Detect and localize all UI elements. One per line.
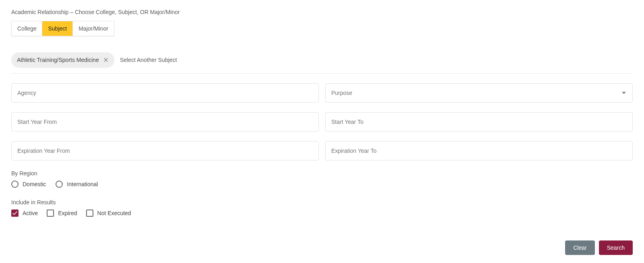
divider (11, 73, 633, 74)
checkbox-active[interactable]: Active (11, 210, 38, 217)
by-region-label: By Region (11, 170, 633, 177)
tab-college[interactable]: College (12, 21, 42, 36)
radio-domestic[interactable]: Domestic (11, 181, 46, 188)
tab-subject[interactable]: Subject (42, 21, 72, 36)
content: Academic Relationship – Choose College, … (0, 0, 644, 225)
section-title: Academic Relationship – Choose College, … (11, 9, 633, 15)
agency-input[interactable]: Agency (11, 83, 319, 103)
clear-button[interactable]: Clear (565, 240, 594, 255)
radio-icon (11, 181, 19, 188)
search-form-panel: Academic Relationship – Choose College, … (0, 0, 644, 263)
selected-subject-chip: Athletic Training/Sports Medicine (11, 52, 114, 68)
field-label: Expiration Year To (331, 148, 377, 154)
checkbox-label: Active (23, 210, 38, 216)
checkbox-label: Expired (58, 210, 77, 216)
radio-label: International (67, 181, 98, 187)
search-button[interactable]: Search (599, 240, 633, 255)
radio-international[interactable]: International (56, 181, 98, 188)
expiration-year-to-input[interactable]: Expiration Year To (325, 141, 633, 160)
checkbox-not-executed[interactable]: Not Executed (86, 210, 131, 217)
field-label: Purpose (331, 90, 352, 96)
start-year-from-input[interactable]: Start Year From (11, 112, 319, 132)
start-year-to-input[interactable]: Start Year To (325, 112, 633, 132)
include-checkbox-group: Active Expired Not Executed (11, 210, 633, 217)
region-radio-group: Domestic International (11, 181, 633, 188)
select-another-subject-link[interactable]: Select Another Subject (120, 57, 177, 63)
field-label: Start Year From (17, 119, 57, 125)
chip-label: Athletic Training/Sports Medicine (17, 57, 99, 63)
checkbox-icon (11, 210, 19, 217)
radio-icon (56, 181, 63, 188)
tab-major-minor[interactable]: Major/Minor (72, 21, 114, 36)
field-label: Start Year To (331, 119, 363, 125)
radio-label: Domestic (23, 181, 46, 187)
field-label: Expiration Year From (17, 148, 70, 154)
checkbox-icon (86, 210, 93, 217)
academic-relationship-tabs: College Subject Major/Minor (11, 21, 114, 36)
selected-subject-row: Athletic Training/Sports Medicine Select… (11, 52, 633, 68)
remove-chip-icon[interactable] (102, 56, 109, 64)
action-buttons: Clear Search (565, 240, 633, 255)
filters-grid: Agency Purpose Start Year From Start Yea… (11, 83, 633, 160)
include-in-results-label: Include in Results (11, 199, 633, 205)
purpose-select[interactable]: Purpose (325, 83, 633, 103)
field-label: Agency (17, 90, 36, 96)
expiration-year-from-input[interactable]: Expiration Year From (11, 141, 319, 160)
checkbox-expired[interactable]: Expired (47, 210, 77, 217)
checkbox-icon (47, 210, 54, 217)
checkbox-label: Not Executed (97, 210, 131, 216)
